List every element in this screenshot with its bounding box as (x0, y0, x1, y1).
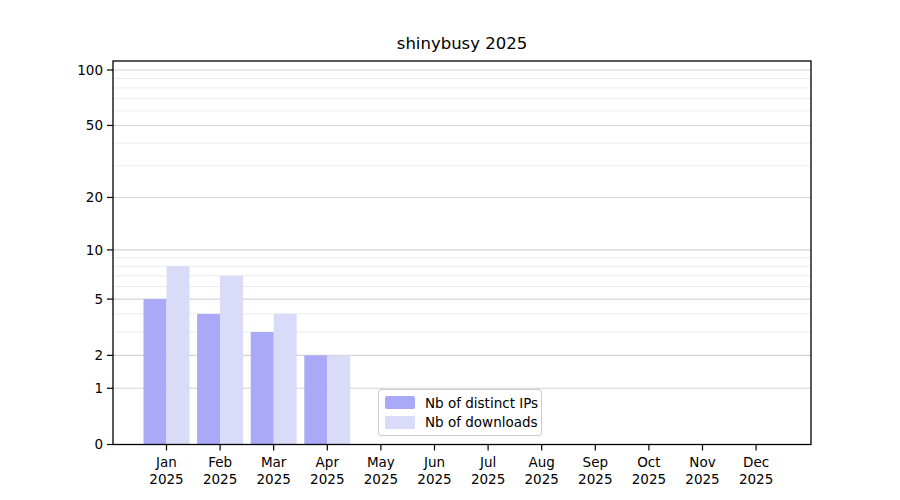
x-tick-year-mar: 2025 (257, 471, 291, 487)
legend: Nb of distinct IPs Nb of downloads (378, 389, 542, 436)
y-tick-label-20: 20 (86, 189, 103, 205)
bar-distinct-ips-jan (144, 299, 167, 444)
x-tick-label-dec: Dec (743, 454, 769, 470)
bar-downloads-jan (167, 266, 190, 444)
x-tick-year-apr: 2025 (310, 471, 344, 487)
x-tick-year-feb: 2025 (203, 471, 237, 487)
legend-item-distinct-ips: Nb of distinct IPs (385, 393, 533, 412)
x-tick-year-sep: 2025 (578, 471, 612, 487)
x-tick-label-jul: Jul (479, 454, 496, 470)
bar-downloads-feb (220, 276, 243, 445)
legend-label-downloads: Nb of downloads (425, 414, 538, 430)
x-tick-year-nov: 2025 (685, 471, 719, 487)
x-tick-label-feb: Feb (208, 454, 232, 470)
y-tick-label-1: 1 (94, 380, 103, 396)
bar-downloads-apr (327, 355, 350, 444)
x-tick-label-mar: Mar (261, 454, 287, 470)
bar-downloads-mar (274, 314, 297, 445)
y-tick-label-100: 100 (77, 62, 103, 78)
y-tick-label-10: 10 (86, 242, 103, 258)
x-tick-label-apr: Apr (316, 454, 340, 470)
x-tick-year-dec: 2025 (739, 471, 773, 487)
x-tick-year-jul: 2025 (471, 471, 505, 487)
legend-swatch-downloads (385, 416, 415, 429)
x-tick-label-nov: Nov (689, 454, 715, 470)
chart: shinybusy 2025 0125102050100Jan2025Feb20… (0, 0, 900, 500)
y-tick-label-0: 0 (94, 436, 103, 452)
bar-distinct-ips-apr (304, 355, 327, 444)
x-tick-year-jun: 2025 (417, 471, 451, 487)
legend-label-distinct-ips: Nb of distinct IPs (425, 395, 538, 411)
bar-distinct-ips-feb (197, 314, 220, 445)
x-tick-year-may: 2025 (364, 471, 398, 487)
x-tick-year-aug: 2025 (525, 471, 559, 487)
x-tick-label-oct: Oct (637, 454, 660, 470)
x-tick-year-jan: 2025 (149, 471, 183, 487)
y-tick-label-50: 50 (86, 117, 103, 133)
x-tick-year-oct: 2025 (632, 471, 666, 487)
x-tick-label-may: May (367, 454, 395, 470)
x-tick-label-jun: Jun (423, 454, 445, 470)
x-tick-label-aug: Aug (529, 454, 555, 470)
x-tick-label-jan: Jan (155, 454, 177, 470)
y-tick-label-5: 5 (94, 291, 103, 307)
y-tick-label-2: 2 (94, 347, 103, 363)
legend-swatch-distinct-ips (385, 396, 415, 409)
bar-distinct-ips-mar (251, 332, 274, 444)
x-tick-label-sep: Sep (583, 454, 608, 470)
legend-item-downloads: Nb of downloads (385, 413, 533, 432)
